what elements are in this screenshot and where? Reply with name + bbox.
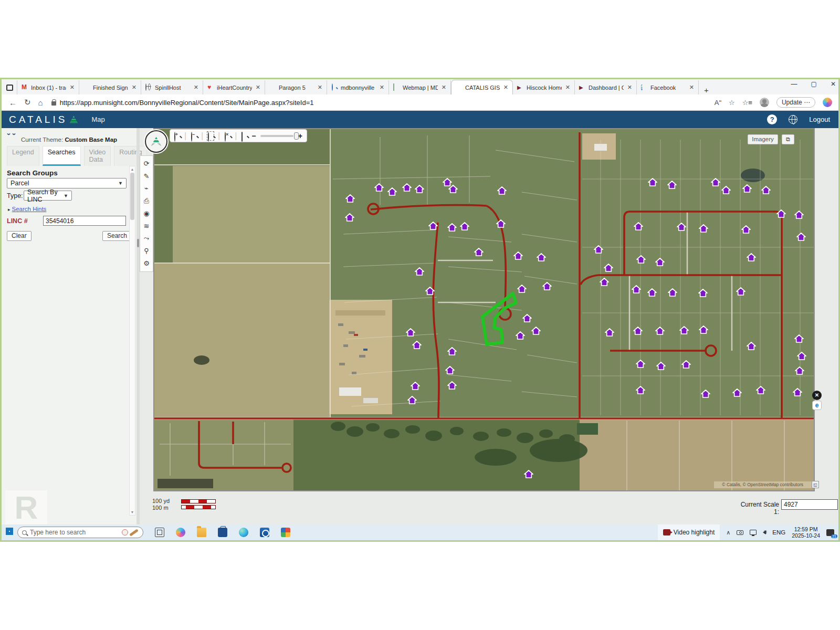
imagery-button[interactable]: Imagery (748, 134, 778, 144)
tab-inbox[interactable]: MInbox (1) - tracy✕ (17, 80, 79, 94)
collections-icon[interactable]: ☆≡ (742, 99, 752, 107)
linc-input[interactable] (43, 216, 126, 226)
tab-dashboard[interactable]: ▶Dashboard | CRE✕ (575, 80, 637, 94)
outlook-icon[interactable] (260, 528, 269, 537)
tab-close-icon[interactable]: ✕ (255, 84, 261, 91)
camera-tray-icon[interactable] (737, 530, 743, 535)
photos-icon[interactable] (281, 528, 290, 537)
tab-close-icon[interactable]: ✕ (317, 84, 323, 91)
edge-browser-icon[interactable] (239, 528, 248, 537)
sidebar-scrollbar[interactable]: ▲ ▼ (129, 166, 135, 516)
location-pin-icon[interactable]: ◉ (142, 209, 151, 218)
back-icon[interactable]: ← (9, 98, 17, 107)
zoom-slider-handle[interactable] (294, 132, 299, 140)
home-icon[interactable]: ⌂ (38, 98, 43, 107)
tab-close-icon[interactable]: ✕ (379, 84, 385, 91)
widget-close-icon[interactable]: ✕ (812, 391, 822, 400)
tab-finished-signing[interactable]: Finished Signing✕ (79, 80, 141, 94)
tab-searches[interactable]: Searches (43, 146, 81, 166)
tab-close-icon[interactable]: ✕ (688, 84, 695, 91)
tab-video-data[interactable]: Video Data (84, 146, 111, 166)
logout-button[interactable]: Logout (809, 116, 830, 123)
network-tray-icon[interactable] (750, 530, 757, 535)
new-tab-button[interactable]: + (699, 86, 714, 94)
tab-close-icon[interactable]: ✕ (564, 84, 571, 91)
close-button[interactable]: ✕ (831, 80, 836, 88)
zoom-box-icon[interactable] (208, 132, 213, 140)
layers-icon[interactable]: ≋ (142, 222, 151, 230)
tab-pinned[interactable] (2, 80, 17, 94)
tab-iheartcountry[interactable]: ♥iHeartCountry✕ (203, 80, 265, 94)
route-icon[interactable]: ⤳ (142, 234, 151, 243)
tab-legend[interactable]: Legend (7, 146, 39, 166)
menu-map[interactable]: Map (91, 116, 104, 123)
favorite-icon[interactable]: ☆ (729, 99, 735, 107)
minimize-button[interactable]: — (791, 80, 797, 88)
read-aloud-icon[interactable]: Aʺ (715, 99, 721, 107)
language-indicator[interactable]: ENG (772, 529, 785, 536)
draw-pencil-icon[interactable]: ✎ (142, 172, 151, 181)
tab-facebook[interactable]: fFacebook✕ (637, 80, 699, 94)
user-settings-icon[interactable]: ⚙ (142, 259, 151, 268)
zoom-slider[interactable] (260, 135, 293, 137)
scroll-up-icon[interactable]: ▲ (130, 167, 135, 171)
maximize-button[interactable]: ▢ (811, 80, 817, 88)
tab-catalis-gis[interactable]: CATALIS GIS✕ (451, 80, 513, 94)
language-globe-icon[interactable] (789, 115, 797, 124)
file-explorer-icon[interactable] (197, 528, 206, 537)
tray-chevron-icon[interactable]: ∧ (726, 529, 730, 536)
clear-button[interactable]: Clear (7, 231, 32, 241)
refresh-icon[interactable]: ⟳ (142, 160, 151, 168)
tab-hiscock-homes[interactable]: ▶Hiscock Homes✕ (513, 80, 575, 94)
tab-close-icon[interactable]: ✕ (193, 84, 200, 91)
search-hints-link[interactable]: Search Hints (12, 206, 47, 212)
url-text[interactable]: https://app.munisight.com/BonnyvilleRegi… (60, 99, 314, 107)
profile-avatar[interactable] (760, 98, 769, 107)
basemap-button[interactable]: ⧉ (782, 134, 794, 144)
search-button[interactable]: Search (102, 231, 132, 241)
collapse-panel-icon[interactable]: ⌄⌄ (6, 130, 16, 136)
zoom-out-icon[interactable]: − (191, 132, 196, 140)
taskbar-search-box[interactable]: Type here to search (17, 527, 143, 538)
map-viewport[interactable] (153, 128, 815, 491)
tab-close-icon[interactable]: ✕ (131, 84, 138, 91)
update-button[interactable]: Update ⋯ (776, 97, 815, 108)
tab-webmap[interactable]: Webmap | MD o✕ (389, 80, 451, 94)
current-scale-input[interactable] (781, 499, 838, 510)
reload-icon[interactable]: ↻ (24, 98, 31, 107)
slider-minus[interactable]: − (251, 132, 256, 140)
video-highlight-button[interactable]: Video highlight (658, 524, 720, 540)
triangle-icon[interactable]: ▸ (8, 207, 10, 212)
toolbox-app-icon[interactable] (218, 528, 227, 537)
zoom-in-icon[interactable]: + (174, 132, 180, 140)
measure-ruler-icon[interactable]: ⌁ (142, 184, 151, 193)
edge-widget-icon[interactable]: e (812, 401, 822, 410)
attribution-icon[interactable]: ◱ (812, 481, 819, 488)
task-view-icon[interactable] (155, 528, 164, 537)
volume-tray-icon[interactable] (763, 530, 766, 534)
copilot-icon[interactable] (823, 98, 832, 107)
zoom-extent-icon[interactable]: × (225, 132, 230, 140)
splitter-grip[interactable] (137, 239, 139, 247)
help-icon[interactable]: ? (767, 114, 777, 124)
start-button[interactable] (2, 528, 17, 537)
compass-button[interactable] (145, 130, 167, 153)
notification-center-icon[interactable]: 21 (826, 529, 834, 536)
pan-tool-icon[interactable] (242, 132, 247, 140)
scroll-thumb[interactable] (130, 173, 134, 220)
url-box[interactable]: https://app.munisight.com/BonnyvilleRegi… (51, 99, 715, 107)
search-group-select[interactable]: Parcel▼ (7, 178, 127, 188)
print-icon[interactable]: ⎙ (142, 197, 151, 205)
tab-close-icon[interactable]: ✕ (502, 84, 509, 91)
tab-close-icon[interactable]: ✕ (69, 84, 76, 91)
streetview-icon[interactable]: ⚲ (142, 247, 151, 255)
tab-close-icon[interactable]: ✕ (626, 84, 633, 91)
copilot-icon[interactable] (176, 528, 185, 537)
taskbar-clock[interactable]: 12:59 PM 2025-10-24 (792, 526, 820, 539)
tab-paragon[interactable]: Paragon 5✕ (265, 80, 327, 94)
tab-close-icon[interactable]: ✕ (440, 84, 447, 91)
tab-spinllhost[interactable]: SpinllHost✕ (141, 80, 203, 94)
slider-plus[interactable]: + (298, 132, 302, 140)
tab-mdbonnyville[interactable]: mdbonnyville - S✕ (327, 80, 389, 94)
search-type-select[interactable]: Search By LINC▼ (24, 191, 72, 201)
